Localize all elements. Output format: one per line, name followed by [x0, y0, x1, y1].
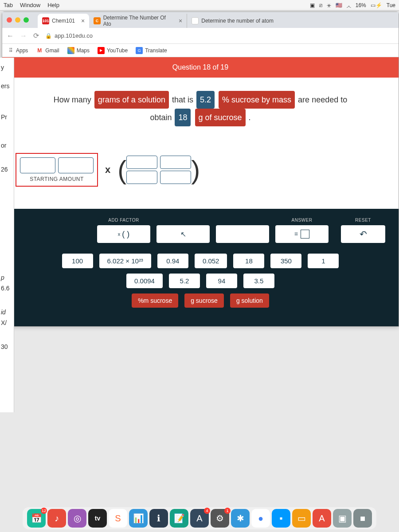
value-chip[interactable]: 5.2 [169, 274, 200, 288]
battery-icon[interactable]: ▭⚡ [371, 2, 382, 8]
bookmark-youtube[interactable]: ▶ YouTube [98, 47, 128, 54]
bookmark-gmail[interactable]: M Gmail [36, 47, 59, 54]
dock-app-icon[interactable]: ⚙1 [211, 509, 229, 528]
bluetooth-icon[interactable]: ⚹ [327, 2, 331, 8]
dock-app-icon[interactable]: ◎ [68, 509, 86, 528]
close-tab-icon[interactable]: × [81, 17, 85, 24]
reset-button[interactable]: ↶ [341, 225, 385, 243]
url-text: app.101edu.co [55, 32, 93, 39]
cursor-button[interactable]: ↖ [156, 225, 210, 243]
mac-menubar: Tab Window Help ▣ ⎚ ⚹ 🇺🇸 ◞◟ 16% ▭⚡ Tue [0, 0, 399, 11]
value-chip[interactable]: 100 [62, 254, 93, 268]
starting-unit-slot[interactable] [58, 157, 94, 173]
dock-app-icon[interactable]: A [313, 509, 331, 528]
dock-app-icon[interactable]: ● [251, 509, 270, 528]
bookmarks-bar: ⠿ Apps M Gmail Maps ▶ YouTube G Translat… [2, 44, 399, 57]
starting-amount-label: STARTING AMOUNT [20, 176, 94, 182]
value-chips-row-2: 0.0094 5.2 94 3.5 [16, 274, 385, 288]
numerator-value-slot[interactable] [126, 156, 157, 169]
dock-app-icon[interactable]: 📊 [129, 509, 148, 528]
gmail-icon: M [36, 47, 43, 54]
reload-button[interactable]: ⟳ [33, 31, 39, 40]
tab-determine-atoms[interactable]: C Determine The Number Of Ato × [89, 14, 187, 28]
undo-icon: ↶ [360, 229, 367, 239]
value-chip[interactable]: 1 [308, 254, 339, 268]
denominator-value-slot[interactable] [126, 171, 157, 184]
answer-button[interactable]: = [275, 225, 329, 243]
tab-chem101[interactable]: 101 Chem101 × [38, 14, 89, 28]
lock-icon: 🔒 [45, 33, 52, 39]
numerator-unit-slot[interactable] [160, 156, 191, 169]
tab-google-search[interactable]: G Determine the number of atom [187, 14, 278, 28]
cursor-icon: ↖ [180, 230, 186, 239]
dock-app-icon[interactable]: tv [88, 509, 107, 528]
reset-label: RESET [355, 218, 371, 223]
left-edge-fragments: y ers Pr or 26 p 6.6 id X/ 30 [0, 58, 14, 412]
badge: 4 [204, 508, 210, 514]
multiply-symbol: x [105, 164, 110, 176]
value-chip[interactable]: 0.0094 [126, 274, 163, 288]
close-tab-icon[interactable]: × [179, 17, 182, 24]
starting-value-slot[interactable] [20, 157, 55, 173]
favicon-101: 101 [42, 17, 49, 24]
unit-chip[interactable]: g sucrose [184, 293, 224, 308]
apps-grid-icon: ⠿ [7, 47, 14, 54]
blank-button[interactable] [216, 225, 269, 243]
starting-amount-box[interactable]: STARTING AMOUNT [16, 153, 98, 187]
wifi-icon[interactable]: ◞◟ [347, 2, 351, 8]
chip-value-18: 18 [175, 109, 191, 126]
value-chip[interactable]: 18 [233, 254, 264, 268]
minimize-window-button[interactable] [15, 17, 20, 23]
translate-icon: G [136, 47, 143, 54]
tab-label: Determine The Number Of Ato [103, 15, 172, 27]
dock-app-icon[interactable]: ▭ [292, 509, 311, 528]
add-factor-button[interactable]: x ( ) [97, 225, 150, 243]
value-chip[interactable]: 94 [206, 274, 237, 288]
dock-app-icon[interactable]: 📝 [170, 509, 188, 528]
bookmark-maps[interactable]: Maps [67, 47, 90, 54]
url-field[interactable]: 🔒 app.101edu.co [45, 32, 93, 39]
browser-window: 101 Chem101 × C Determine The Number Of … [2, 12, 399, 327]
dock-app-icon[interactable]: ■ [353, 509, 372, 528]
dock-app-icon[interactable]: S [109, 509, 127, 528]
favicon-google: G [192, 17, 199, 24]
right-paren: ) [191, 155, 200, 185]
add-factor-label: ADD FACTOR [108, 218, 139, 223]
dock-app-icon[interactable]: ▣ [333, 509, 352, 528]
flag-icon[interactable]: 🇺🇸 [336, 2, 342, 8]
clock-day: Tue [387, 2, 395, 8]
value-chip[interactable]: 0.94 [157, 254, 188, 268]
value-chip[interactable]: 350 [270, 254, 301, 268]
screen-icon[interactable]: ⎚ [319, 2, 322, 8]
tab-label: Chem101 [52, 18, 75, 24]
forward-button[interactable]: → [20, 32, 27, 40]
dock-app-icon[interactable]: ℹ [149, 509, 168, 528]
dock-app-icon[interactable]: ✱ [231, 509, 250, 528]
dock-app-icon[interactable]: ♪ [47, 509, 66, 528]
conversion-factor: ( ) [117, 155, 200, 185]
bookmark-translate[interactable]: G Translate [136, 47, 167, 54]
value-chip[interactable]: 3.5 [243, 274, 274, 288]
chip-percent-sucrose: % sucrose by mass [219, 91, 295, 109]
apps-button[interactable]: ⠿ Apps [7, 47, 28, 54]
unit-chip[interactable]: g solution [230, 293, 269, 308]
dock-app-icon[interactable]: A4 [190, 509, 209, 528]
menu-window[interactable]: Window [20, 2, 40, 8]
dock-app-icon[interactable]: ▪ [272, 509, 290, 528]
denominator-unit-slot[interactable] [160, 171, 191, 184]
question-text: How many grams of a solution that is 5.2… [11, 91, 390, 126]
menu-tab[interactable]: Tab [4, 2, 13, 8]
menu-help[interactable]: Help [47, 2, 59, 8]
camera-icon[interactable]: ▣ [310, 2, 315, 8]
maps-icon [67, 47, 74, 54]
value-chip[interactable]: 6.022 × 10²³ [99, 254, 151, 268]
back-button[interactable]: ← [7, 32, 14, 40]
unit-chip[interactable]: %m sucrose [132, 293, 178, 308]
maximize-window-button[interactable] [23, 17, 29, 23]
value-chips-row-1: 100 6.022 × 10²³ 0.94 0.052 18 350 1 [16, 254, 385, 268]
work-area: STARTING AMOUNT x ( ) [11, 144, 390, 200]
value-chip[interactable]: 0.052 [195, 254, 227, 268]
dock-app-icon[interactable]: 📅12 [27, 509, 46, 528]
left-paren: ( [117, 155, 126, 185]
close-window-button[interactable] [7, 17, 12, 23]
